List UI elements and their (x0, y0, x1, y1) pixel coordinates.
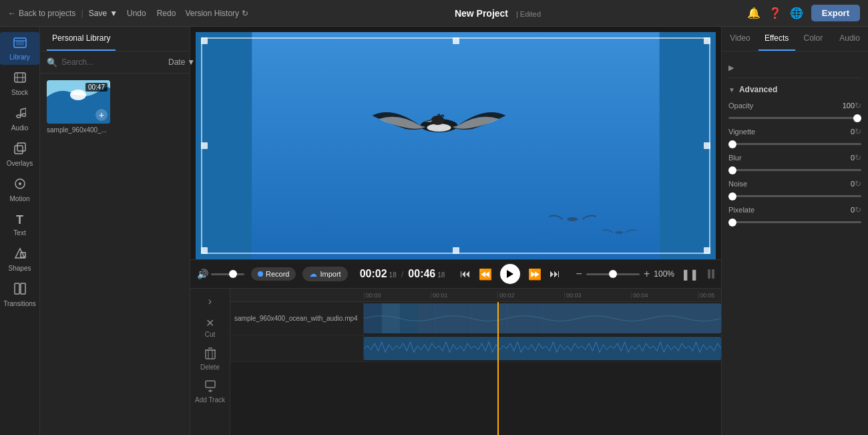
record-button[interactable]: Record (251, 267, 296, 281)
library-search-bar: 🔍 Date ▼ ☰ (40, 51, 190, 74)
tab-color[interactable]: Color (795, 27, 832, 51)
volume-icon[interactable]: 🔊 (197, 269, 208, 279)
sidebar-item-stock[interactable]: Stock (0, 67, 39, 100)
center-panel: 🔊 Record ☁ Import 00:02 18 / 00:46 18 (190, 27, 721, 435)
opacity-reset-button[interactable]: ↻ (855, 101, 861, 110)
import-button[interactable]: ☁ Import (302, 267, 347, 281)
current-time: 00:02 (360, 268, 387, 280)
advanced-section-header[interactable]: ▼ Advanced (728, 85, 861, 94)
track-content[interactable] (364, 302, 721, 335)
add-track-button[interactable]: Add Track (190, 378, 230, 406)
svg-rect-12 (15, 146, 23, 154)
video-track-row: sample_960x400_ocean_with_audio.mp4 (230, 302, 721, 335)
audio-icon (14, 107, 26, 122)
vignette-reset-button[interactable]: ↻ (855, 127, 861, 136)
motion-label: Motion (9, 195, 29, 202)
cut-button[interactable]: ✕ Cut (190, 314, 230, 341)
ruler-mark-5: 00:05 (698, 292, 721, 299)
sidebar-item-transitions[interactable]: Transitions (0, 279, 39, 311)
track-label: sample_960x400_ocean_with_audio.mp4 (230, 302, 364, 335)
fast-forward-button[interactable]: ⏩ (528, 268, 541, 281)
pixelate-reset-button[interactable]: ↻ (855, 205, 861, 214)
redo-button[interactable]: Redo (153, 7, 180, 19)
audio-track-content[interactable] (364, 335, 721, 361)
version-label: Version History (185, 9, 239, 18)
save-dropdown-icon: ▼ (110, 9, 118, 18)
volume-slider[interactable] (211, 273, 244, 275)
vignette-slider[interactable] (728, 143, 861, 145)
ruler-mark-1: 00:01 (431, 292, 497, 299)
blur-slider[interactable] (728, 169, 861, 171)
sidebar-item-motion[interactable]: Motion (0, 174, 39, 206)
ruler-marks: 00:00 00:01 00:02 00:03 00:04 00:05 00:0… (364, 292, 721, 299)
library-content: 00:47 + sample_960x400_... (40, 74, 190, 435)
media-filename: sample_960x400_... (47, 126, 110, 134)
opacity-slider[interactable] (728, 117, 861, 119)
date-label: Date (168, 57, 185, 67)
search-input[interactable] (61, 57, 162, 67)
noise-slider[interactable] (728, 195, 861, 197)
svg-point-27 (568, 217, 578, 221)
svg-point-9 (22, 114, 26, 116)
back-button[interactable]: ← Back to projects (8, 9, 75, 18)
svg-rect-23 (252, 32, 660, 259)
video-clip[interactable] (364, 303, 721, 333)
current-frames: 18 (389, 271, 397, 279)
overlays-icon (14, 142, 26, 158)
sidebar-item-text[interactable]: T Text (0, 209, 39, 241)
expand-panel-button[interactable]: › (190, 293, 230, 310)
help-icon[interactable]: ❓ (769, 7, 782, 19)
delete-button[interactable]: Delete (190, 345, 230, 374)
resize-handle-bm[interactable] (453, 247, 459, 254)
resize-handle-tl[interactable] (201, 37, 208, 44)
stock-label: Stock (11, 89, 28, 96)
svg-rect-18 (15, 283, 19, 294)
stock-icon (13, 71, 27, 87)
media-thumbnail[interactable]: 00:47 + (47, 80, 110, 124)
noise-reset-button[interactable]: ↻ (855, 179, 861, 188)
opacity-slider-row (728, 117, 861, 119)
blur-reset-button[interactable]: ↻ (855, 153, 861, 162)
resize-handle-ml[interactable] (201, 142, 208, 149)
ruler-mark-0: 00:00 (364, 292, 431, 299)
resize-handle-bl[interactable] (201, 247, 208, 254)
undo-button[interactable]: Undo (123, 7, 150, 19)
save-label: Save (89, 9, 107, 18)
skip-to-start-button[interactable]: ⏮ (460, 268, 471, 280)
tab-audio[interactable]: Audio (831, 27, 868, 51)
zoom-in-icon[interactable]: + (644, 268, 650, 280)
svg-rect-39 (364, 303, 382, 333)
resize-handle-br[interactable] (704, 247, 710, 254)
thumbnail-add-icon[interactable]: + (95, 109, 107, 121)
resize-handle-tr[interactable] (704, 37, 710, 44)
tab-video[interactable]: Video (722, 27, 758, 51)
record-dot (258, 271, 263, 277)
library-panel: Personal Library 🔍 Date ▼ ☰ (40, 27, 190, 435)
fullscreen-button[interactable]: ❚❚ (681, 268, 698, 281)
vignette-label: Vignette (728, 128, 775, 136)
export-button[interactable]: Export (811, 5, 860, 21)
pixelate-slider[interactable] (728, 221, 861, 223)
zoom-out-icon[interactable]: − (576, 268, 582, 280)
topbar: ← Back to projects | Save ▼ Undo Redo Ve… (0, 0, 868, 27)
sidebar-item-shapes[interactable]: Shapes (0, 243, 39, 276)
sidebar-item-audio[interactable]: Audio (0, 103, 39, 136)
sidebar-item-library[interactable]: Library (0, 32, 39, 65)
personal-library-tab[interactable]: Personal Library (47, 27, 116, 51)
advanced-chevron-icon: ▼ (728, 86, 735, 94)
tab-effects[interactable]: Effects (758, 27, 795, 51)
play-pause-button[interactable] (500, 264, 520, 284)
back-icon: ← (8, 9, 16, 18)
advanced-section: ▼ Advanced Opacity 100 ↻ Vignette 0 ↻ (728, 85, 861, 223)
globe-icon[interactable]: 🌐 (790, 7, 803, 19)
save-button[interactable]: Save ▼ (89, 9, 118, 18)
version-history-button[interactable]: Version History ↻ (185, 9, 248, 18)
resize-handle-tm[interactable] (453, 37, 459, 44)
skip-to-end-button[interactable]: ⏭ (550, 268, 560, 280)
notifications-icon[interactable]: 🔔 (747, 7, 761, 19)
topbar-left: ← Back to projects | Save ▼ Undo Redo Ve… (8, 7, 248, 19)
sidebar-item-overlays[interactable]: Overlays (0, 138, 39, 171)
resize-handle-mr[interactable] (704, 142, 710, 149)
zoom-slider[interactable] (586, 273, 640, 275)
rewind-button[interactable]: ⏪ (479, 268, 492, 281)
